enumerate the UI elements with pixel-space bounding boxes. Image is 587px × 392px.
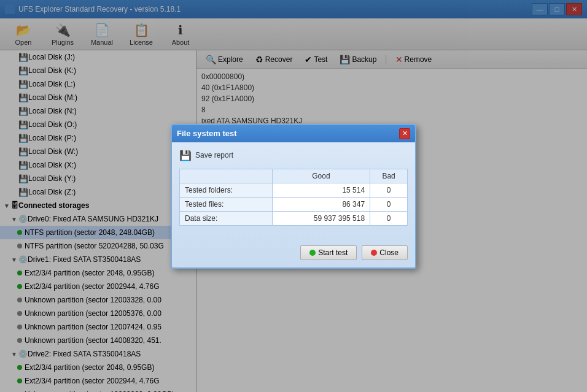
modal-overlay: File system test ✕ 💾 Save report Good Ba… [0,0,587,392]
folders-good: 15 514 [272,183,370,197]
save-report-icon: 💾 [179,150,192,161]
table-row-folders: Tested folders: 15 514 0 [180,183,408,197]
table-row-datasize: Data size: 59 937 395 518 0 [180,211,408,225]
col-header-empty [180,169,273,183]
start-dot-icon [309,250,316,256]
files-good: 86 347 [272,197,370,211]
test-results-table: Good Bad Tested folders: 15 514 0 Tested… [179,169,408,226]
modal-close-x-button[interactable]: ✕ [399,128,410,139]
datasize-bad: 0 [370,211,408,225]
modal-body: 💾 Save report Good Bad Tested folders: 1… [172,142,415,240]
folders-label: Tested folders: [180,183,273,197]
close-button[interactable]: Close [362,245,408,260]
files-bad: 0 [370,197,408,211]
files-label: Tested files: [180,197,273,211]
modal-title: File system test [177,129,237,138]
table-row-files: Tested files: 86 347 0 [180,197,408,211]
save-report-label: Save report [195,151,233,159]
col-header-good: Good [272,169,370,183]
start-test-label: Start test [318,248,348,257]
close-label: Close [379,248,398,257]
file-system-test-modal: File system test ✕ 💾 Save report Good Ba… [171,124,416,269]
datasize-label: Data size: [180,211,273,225]
modal-title-bar: File system test ✕ [172,125,415,142]
modal-footer: Start test Close [172,240,415,267]
start-test-button[interactable]: Start test [300,245,357,260]
save-report-row[interactable]: 💾 Save report [179,150,408,161]
folders-bad: 0 [370,183,408,197]
datasize-good: 59 937 395 518 [272,211,370,225]
close-dot-icon [371,250,377,256]
col-header-bad: Bad [370,169,408,183]
